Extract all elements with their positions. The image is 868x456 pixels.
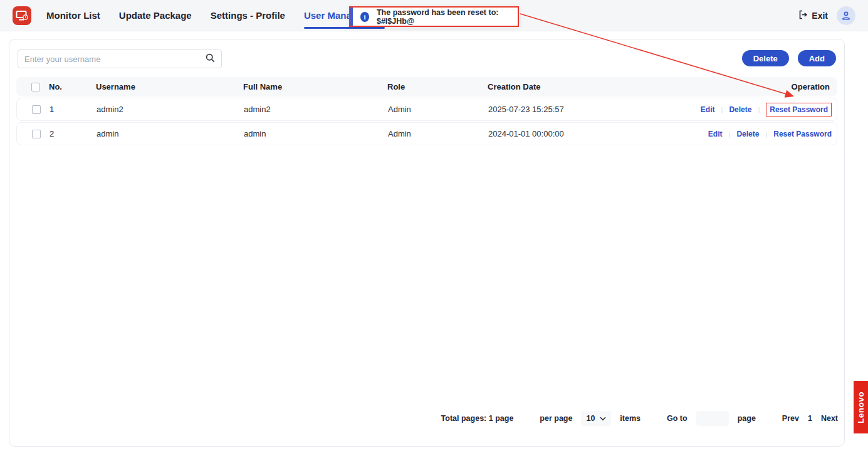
cell-creation-date: 2025-07-23 15:25:57 bbox=[488, 105, 656, 114]
next-page-button[interactable]: Next bbox=[821, 414, 838, 423]
row-checkbox[interactable] bbox=[32, 130, 41, 138]
lenovo-badge: Lenovo bbox=[854, 381, 868, 433]
per-page-select[interactable]: 10 bbox=[581, 411, 611, 426]
cell-full-name: admin bbox=[244, 129, 388, 138]
app-logo-icon bbox=[13, 6, 31, 25]
cell-role: Admin bbox=[388, 105, 488, 114]
delete-button[interactable]: Delete bbox=[742, 50, 789, 66]
cell-username: admin2 bbox=[97, 105, 244, 114]
goto-page-input[interactable] bbox=[696, 411, 729, 426]
tab-settings-profile[interactable]: Settings - Profile bbox=[211, 0, 285, 31]
items-label: items bbox=[620, 414, 641, 423]
delete-link[interactable]: Delete bbox=[736, 130, 759, 138]
user-avatar[interactable] bbox=[837, 6, 855, 25]
col-username: Username bbox=[96, 82, 243, 91]
total-pages-text: Total pages: 1 page bbox=[441, 414, 514, 423]
operation-cell: Edit | Delete | Reset Password bbox=[656, 130, 832, 138]
chevron-down-icon bbox=[600, 417, 606, 421]
cell-no: 2 bbox=[50, 129, 97, 138]
row-checkbox[interactable] bbox=[32, 105, 41, 114]
user-management-panel: Delete Add No. Username Full Name Role C… bbox=[9, 39, 845, 447]
current-page[interactable]: 1 bbox=[808, 414, 812, 423]
username-search bbox=[18, 49, 222, 68]
reset-password-link-highlighted[interactable]: Reset Password bbox=[766, 103, 832, 117]
col-full-name: Full Name bbox=[243, 82, 387, 91]
edit-link[interactable]: Edit bbox=[708, 130, 723, 138]
prev-page-button[interactable]: Prev bbox=[782, 414, 799, 423]
toast-message: The password has been reset to: $#I$JHb@ bbox=[377, 8, 518, 26]
action-separator: | bbox=[758, 106, 760, 113]
tab-monitor-list[interactable]: Monitor List bbox=[46, 0, 100, 31]
person-icon bbox=[841, 11, 851, 21]
col-creation-date: Creation Date bbox=[488, 82, 657, 91]
add-button[interactable]: Add bbox=[798, 50, 836, 66]
reset-password-link[interactable]: Reset Password bbox=[773, 130, 832, 138]
action-separator: | bbox=[765, 130, 767, 138]
delete-link[interactable]: Delete bbox=[729, 105, 751, 114]
cell-no: 1 bbox=[50, 105, 97, 114]
page-label: page bbox=[738, 414, 756, 423]
cell-full-name: admin2 bbox=[244, 105, 388, 114]
info-icon: i bbox=[360, 12, 369, 22]
search-input[interactable] bbox=[24, 54, 206, 64]
lenovo-badge-label: Lenovo bbox=[856, 391, 865, 423]
goto-label: Go to bbox=[667, 414, 688, 423]
search-icon[interactable] bbox=[206, 53, 215, 65]
password-reset-toast: i The password has been reset to: $#I$JH… bbox=[349, 6, 519, 27]
cell-username: admin bbox=[97, 129, 244, 138]
col-no: No. bbox=[49, 82, 96, 91]
logout-icon bbox=[798, 10, 808, 21]
per-page-value: 10 bbox=[586, 414, 595, 423]
per-page-label: per page bbox=[540, 414, 572, 423]
table-header: No. Username Full Name Role Creation Dat… bbox=[16, 77, 837, 96]
action-separator: | bbox=[729, 130, 731, 138]
pagination: Total pages: 1 page per page 10 items Go… bbox=[441, 411, 838, 426]
action-separator: | bbox=[721, 106, 723, 113]
exit-button[interactable]: Exit bbox=[798, 10, 828, 21]
edit-link[interactable]: Edit bbox=[701, 105, 715, 114]
select-all-checkbox[interactable] bbox=[31, 83, 40, 91]
exit-label: Exit bbox=[812, 11, 828, 21]
col-operation: Operation bbox=[657, 82, 832, 91]
cell-role: Admin bbox=[388, 129, 488, 138]
tab-update-package[interactable]: Update Package bbox=[119, 0, 192, 31]
table-row: 2 admin admin Admin 2024-01-01 00:00:00 … bbox=[16, 122, 837, 145]
table-actions: Delete Add bbox=[742, 50, 836, 66]
table-row: 1 admin2 admin2 Admin 2025-07-23 15:25:5… bbox=[16, 98, 837, 121]
operation-cell: Edit | Delete | Reset Password bbox=[656, 103, 832, 117]
cell-creation-date: 2024-01-01 00:00:00 bbox=[488, 129, 656, 138]
toast-accent-bar bbox=[350, 8, 353, 26]
col-role: Role bbox=[387, 82, 488, 91]
